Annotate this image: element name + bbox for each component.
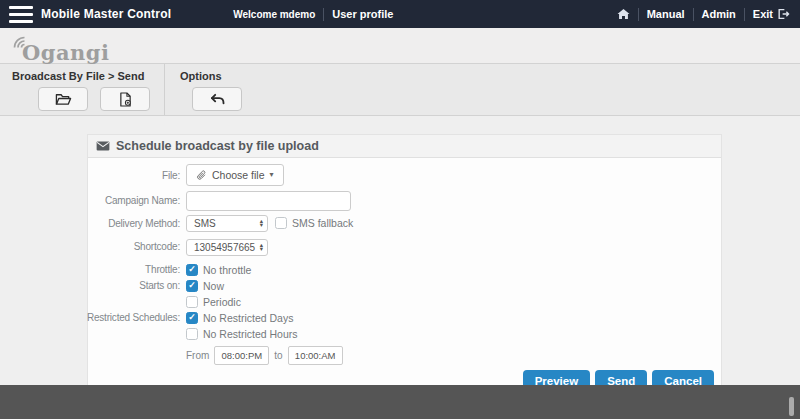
- sms-fallback-checkbox[interactable]: ✓: [275, 217, 287, 229]
- user-profile-link[interactable]: User profile: [332, 8, 393, 20]
- from-label: From: [186, 350, 209, 361]
- campaign-name-label: Campaign Name:: [105, 195, 180, 206]
- now-checkbox[interactable]: ✓: [186, 280, 198, 292]
- back-button[interactable]: [192, 87, 242, 111]
- nav-divider: [693, 8, 694, 21]
- scrollbar-thumb[interactable]: [789, 397, 794, 416]
- nav-center: Welcome mdemo User profile: [233, 8, 393, 21]
- file-label: File:: [162, 170, 180, 181]
- schedule-broadcast-panel: Schedule broadcast by file upload File: …: [87, 134, 722, 385]
- to-label: to: [274, 350, 282, 361]
- main-content: Schedule broadcast by file upload File: …: [0, 116, 800, 385]
- delivery-method-value: SMS: [194, 218, 216, 229]
- logo-bar: Ogangi: [0, 28, 800, 63]
- caret-down-icon: ▾: [270, 171, 274, 179]
- periodic-label: Periodic: [203, 296, 241, 308]
- options-label: Options: [180, 70, 242, 82]
- now-label: Now: [203, 280, 224, 292]
- stepper-icon: ▴▾: [260, 219, 263, 228]
- sms-fallback-label: SMS fallback: [292, 217, 353, 229]
- toolbar: Broadcast By File > Send Options: [0, 63, 800, 116]
- exit-link[interactable]: Exit: [753, 8, 790, 20]
- throttle-label: Throttle:: [145, 264, 180, 275]
- app-title: Mobile Master Control: [41, 7, 171, 21]
- undo-arrow-icon: [209, 93, 226, 106]
- nav-right: Manual Admin Exit: [617, 8, 800, 21]
- envelope-icon: [96, 141, 110, 151]
- choose-file-button[interactable]: Choose file ▾: [186, 164, 284, 186]
- footer-bar: [0, 385, 800, 419]
- home-icon[interactable]: [617, 8, 630, 20]
- new-file-button[interactable]: [100, 87, 150, 111]
- campaign-name-input[interactable]: [186, 191, 351, 211]
- shortcode-value: 13054957665: [194, 242, 255, 253]
- starts-on-label: Starts on:: [139, 280, 180, 291]
- nav-divider: [638, 8, 639, 21]
- page: Mobile Master Control Welcome mdemo User…: [0, 0, 800, 419]
- no-restricted-hours-checkbox[interactable]: ✓: [186, 328, 198, 340]
- open-file-button[interactable]: [38, 87, 88, 111]
- ogangi-logo: Ogangi: [12, 42, 110, 63]
- delivery-method-label: Delivery Method:: [108, 218, 180, 229]
- top-navbar: Mobile Master Control Welcome mdemo User…: [0, 0, 800, 28]
- restricted-schedules-label: Restricted Schedules:: [87, 312, 180, 323]
- stepper-icon: ▴▾: [260, 243, 263, 252]
- file-plus-icon: [119, 92, 132, 107]
- panel-header: Schedule broadcast by file upload: [88, 135, 721, 158]
- exit-label: Exit: [753, 8, 773, 20]
- delivery-method-select[interactable]: SMS ▴▾: [186, 215, 268, 232]
- cancel-button[interactable]: Cancel: [652, 370, 714, 386]
- shortcode-label: Shortcode:: [134, 241, 180, 252]
- no-restricted-days-label: No Restricted Days: [203, 312, 293, 324]
- broadcast-toolbar-group: Broadcast By File > Send: [0, 64, 150, 115]
- nav-divider: [744, 8, 745, 21]
- choose-file-label: Choose file: [212, 169, 265, 181]
- shortcode-select[interactable]: 13054957665 ▴▾: [186, 239, 268, 256]
- to-time-input[interactable]: [288, 346, 343, 365]
- panel-body: File: Choose file ▾ Campaign Name: Deliv: [88, 158, 721, 385]
- preview-button[interactable]: Preview: [523, 370, 590, 386]
- folder-icon: [55, 92, 72, 106]
- signal-icon: [11, 34, 27, 49]
- action-buttons: Preview Send Cancel: [88, 370, 714, 386]
- options-toolbar-group: Options: [165, 64, 242, 115]
- nav-divider: [323, 8, 324, 21]
- no-restricted-hours-label: No Restricted Hours: [203, 328, 298, 340]
- menu-icon[interactable]: [9, 6, 33, 23]
- paperclip-icon: [196, 170, 207, 181]
- from-time-input[interactable]: [214, 346, 269, 365]
- send-button[interactable]: Send: [595, 370, 647, 386]
- welcome-text: Welcome mdemo: [233, 9, 315, 20]
- no-throttle-label: No throttle: [203, 264, 251, 276]
- exit-icon: [777, 8, 790, 20]
- manual-link[interactable]: Manual: [647, 8, 685, 20]
- brand-name: Ogangi: [22, 40, 110, 65]
- no-throttle-checkbox[interactable]: ✓: [186, 264, 198, 276]
- admin-link[interactable]: Admin: [702, 8, 736, 20]
- periodic-checkbox[interactable]: ✓: [186, 296, 198, 308]
- no-restricted-days-checkbox[interactable]: ✓: [186, 312, 198, 324]
- breadcrumb: Broadcast By File > Send: [12, 70, 150, 82]
- panel-title: Schedule broadcast by file upload: [116, 139, 319, 153]
